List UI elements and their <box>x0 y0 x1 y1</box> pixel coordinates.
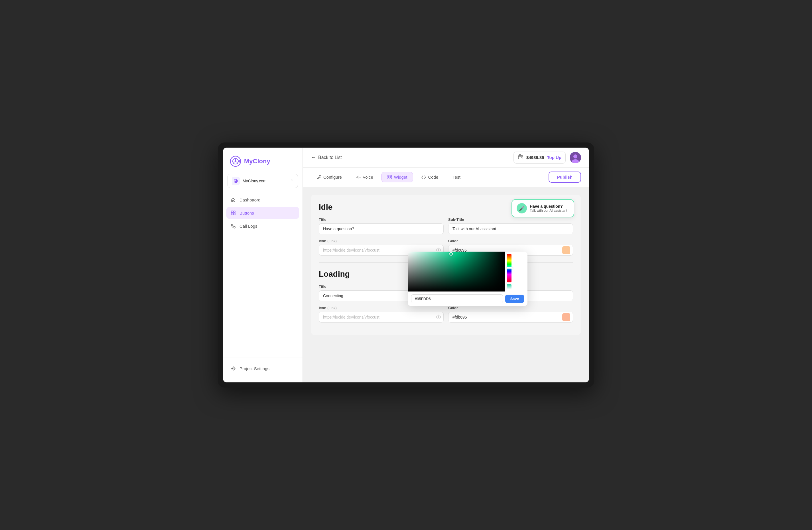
idle-icon-label: Icon (Link) <box>319 239 444 243</box>
sidebar-item-project-settings[interactable]: Project Settings <box>227 363 299 374</box>
opacity-strip[interactable] <box>507 284 511 289</box>
tab-voice[interactable]: Voice <box>350 172 379 182</box>
preview-bubble: 🎤 Have a question? Talk with our AI assi… <box>511 199 574 217</box>
top-bar-right: $4989.89 Top Up <box>513 151 581 164</box>
svg-rect-5 <box>231 211 233 212</box>
color-picker-dot[interactable] <box>449 252 453 255</box>
tab-test[interactable]: Test <box>447 172 466 182</box>
hue-indicator <box>506 267 513 269</box>
svg-rect-16 <box>390 175 391 177</box>
loading-form-grid-2: Icon (Link) ⓘ Color <box>319 306 573 323</box>
waveform-icon <box>356 175 361 179</box>
idle-subtitle-group: Sub-Title <box>448 217 573 234</box>
sidebar-logo: MyClony <box>223 148 303 174</box>
picker-bottom: Save <box>408 292 527 306</box>
sidebar-bottom: Project Settings <box>223 358 303 382</box>
svg-rect-18 <box>390 178 391 179</box>
loading-icon-input-wrapper: ⓘ <box>319 312 444 323</box>
gradient-canvas[interactable] <box>408 252 505 292</box>
tab-bar: Configure Voice Widget <box>303 167 589 187</box>
svg-point-2 <box>235 159 236 161</box>
loading-color-input[interactable] <box>448 312 573 323</box>
svg-point-3 <box>234 179 237 183</box>
gear-icon <box>230 366 236 371</box>
svg-point-13 <box>574 154 577 159</box>
idle-color-label: Color <box>448 239 573 243</box>
svg-rect-17 <box>388 178 389 179</box>
widget-form-area: 🎤 Have a question? Talk with our AI assi… <box>311 195 581 335</box>
back-to-list-link[interactable]: ← Back to List <box>311 154 342 160</box>
loading-color-label: Color <box>448 306 573 310</box>
sidebar-item-label-project-settings: Project Settings <box>240 366 270 371</box>
chevron-icon: ⌃ <box>290 179 294 183</box>
balance-box: $4989.89 Top Up <box>513 151 566 164</box>
idle-subtitle-label: Sub-Title <box>448 217 573 222</box>
balance-amount: $4989.89 <box>526 155 544 160</box>
sidebar-item-label-dashboard: Dashbaord <box>240 197 260 202</box>
color-strips <box>505 252 514 292</box>
bubble-title: Have a question? <box>530 204 567 209</box>
sidebar-item-dashboard[interactable]: Dashbaord <box>227 194 299 206</box>
phone-icon <box>230 223 236 229</box>
wallet-icon <box>518 154 523 161</box>
back-label: Back to List <box>318 155 342 160</box>
loading-color-input-wrapper <box>448 312 573 323</box>
main-content: ← Back to List $4989.89 <box>303 148 589 382</box>
idle-color-swatch[interactable] <box>562 246 570 254</box>
logo-text: MyClony <box>244 158 270 165</box>
info-icon-loading: ⓘ <box>436 314 441 320</box>
top-bar: ← Back to List $4989.89 <box>303 148 589 167</box>
workspace-icon <box>232 177 240 185</box>
svg-rect-10 <box>518 156 523 159</box>
svg-rect-15 <box>388 175 389 177</box>
svg-rect-8 <box>233 213 235 215</box>
grid-icon <box>230 210 236 216</box>
loading-icon-group: Icon (Link) ⓘ <box>319 306 444 323</box>
widget-grid-icon <box>388 175 392 179</box>
sidebar-item-label-call-logs: Call Logs <box>240 224 258 229</box>
svg-rect-6 <box>233 211 235 212</box>
loading-icon-input[interactable] <box>319 312 444 323</box>
idle-title-label: Title <box>319 217 444 222</box>
color-picker-body <box>408 252 527 292</box>
app-container: MyClony MyClony.com ⌃ <box>223 148 589 382</box>
picker-save-button[interactable]: Save <box>505 295 524 303</box>
tool-icon <box>317 175 321 179</box>
sidebar-nav: Dashbaord Buttons <box>223 194 303 358</box>
bubble-subtitle: Talk with our AI assistant <box>530 209 567 212</box>
loading-icon-label: Icon (Link) <box>319 306 444 310</box>
idle-title-input[interactable] <box>319 223 444 234</box>
svg-point-9 <box>233 368 234 369</box>
bubble-text: Have a question? Talk with our AI assist… <box>530 204 567 212</box>
idle-subtitle-input[interactable] <box>448 223 573 234</box>
tab-widget[interactable]: Widget <box>381 172 414 182</box>
hue-strip[interactable] <box>507 254 511 282</box>
idle-form-grid-1: Title Sub-Title <box>319 217 573 234</box>
publish-button[interactable]: Publish <box>549 172 581 183</box>
code-icon <box>421 175 426 179</box>
sidebar-item-buttons[interactable]: Buttons <box>227 207 299 219</box>
back-arrow-icon: ← <box>311 154 316 160</box>
content-area: 🎤 Have a question? Talk with our AI assi… <box>303 187 589 382</box>
tab-configure[interactable]: Configure <box>311 172 348 182</box>
workspace-name: MyClony.com <box>243 179 287 183</box>
workspace-selector[interactable]: MyClony.com ⌃ <box>228 174 298 188</box>
top-up-button[interactable]: Top Up <box>547 155 561 160</box>
sidebar-item-label-buttons: Buttons <box>240 210 254 216</box>
hex-input[interactable] <box>411 294 503 303</box>
idle-title-group: Title <box>319 217 444 234</box>
tab-code[interactable]: Code <box>416 172 444 182</box>
house-icon <box>230 197 236 203</box>
device-frame: MyClony MyClony.com ⌃ <box>218 143 594 387</box>
svg-rect-11 <box>521 157 522 158</box>
sidebar: MyClony MyClony.com ⌃ <box>223 148 303 382</box>
sidebar-item-call-logs[interactable]: Call Logs <box>227 220 299 232</box>
avatar <box>570 152 581 163</box>
mic-icon: 🎤 <box>517 203 527 214</box>
logo-icon <box>230 156 241 167</box>
loading-color-swatch[interactable] <box>562 313 570 321</box>
loading-color-group: Color <box>448 306 573 323</box>
color-picker-popup: Save <box>408 252 527 306</box>
svg-rect-7 <box>231 213 233 215</box>
